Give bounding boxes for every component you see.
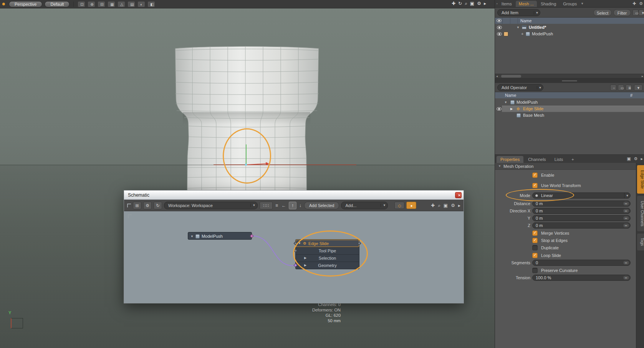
node-row-geometry[interactable]: ▶ Geometry — [296, 262, 359, 269]
horizontal-scrollbar[interactable]: ◂ ▸ — [495, 74, 644, 78]
maximize-icon[interactable]: ▣ — [444, 203, 448, 208]
use-world-transform-checkbox[interactable] — [532, 183, 538, 188]
duplicate-checkbox[interactable] — [532, 245, 538, 250]
mask-icon[interactable]: ◧ — [147, 1, 155, 7]
tab-properties[interactable]: Properties — [497, 156, 523, 163]
operator-label[interactable]: ModelPush — [517, 99, 538, 106]
node-row-selection[interactable]: ▶ Selection — [296, 254, 359, 262]
transform-gizmo[interactable] — [230, 142, 276, 169]
link-mode-circle-icon[interactable]: ● — [406, 202, 416, 209]
edge-slide-node[interactable]: ▼ ⚙ Edge Slide Tool Pipe ▶ Selection ▶ G… — [295, 239, 359, 269]
filter-funnel-icon[interactable]: ▼ — [639, 10, 644, 16]
slice-icon[interactable]: ⊟ — [98, 1, 105, 7]
operator-label[interactable]: Edge Slide — [523, 106, 543, 112]
direction-y-input[interactable]: 0 m ◂▸ — [532, 215, 631, 221]
tab-channels[interactable]: Channels — [524, 156, 550, 163]
operator-row-edge-slide[interactable]: ▶ ⚙ Edge Slide — [495, 106, 644, 112]
tab-groups[interactable]: Groups — [560, 1, 580, 7]
operator-list[interactable]: ▼ ModelPush ▶ ⚙ Edge Slide Base Mesh — [495, 98, 644, 154]
more-icon[interactable]: ▸ — [641, 156, 643, 161]
mini-slider-icon[interactable]: ◂▸ — [623, 201, 629, 206]
visibility-eye-icon[interactable] — [497, 107, 502, 111]
merge-vertices-checkbox[interactable] — [532, 230, 538, 236]
environment-icon[interactable]: ⊕ — [88, 1, 95, 7]
window-titlebar[interactable]: Schematic ✕ — [124, 191, 464, 200]
visibility-eye-icon[interactable] — [497, 26, 502, 29]
refresh-icon[interactable]: ↻ — [154, 202, 162, 209]
add-operator-dropdown[interactable]: Add Operator ▼ — [497, 84, 543, 91]
expand-triangle-icon[interactable]: ▼ — [517, 24, 520, 31]
mesh-model[interactable] — [169, 41, 323, 207]
gear-icon[interactable]: ⚙ — [451, 203, 455, 208]
orbit-icon[interactable]: ↻ — [458, 1, 462, 6]
grid-toggle-icon[interactable]: ▦ — [108, 1, 115, 7]
zoom-icon[interactable]: ⌕ — [438, 203, 440, 208]
enable-checkbox[interactable] — [532, 172, 538, 178]
loop-slide-checkbox[interactable] — [532, 253, 538, 258]
filter-funnel-icon[interactable]: ▼ — [634, 85, 642, 91]
item-row-scene[interactable]: ▼ Untitled* — [495, 24, 644, 31]
select-button[interactable]: Select — [593, 9, 612, 16]
add-selected-button[interactable]: Add Selected — [304, 202, 339, 209]
mini-slider-icon[interactable]: ◂▸ — [623, 216, 629, 220]
tab-lists[interactable]: Lists — [551, 156, 567, 163]
collapse-all-icon[interactable]: − — [610, 85, 616, 91]
add-node-icon[interactable]: ⊞ — [133, 202, 141, 209]
filter-button[interactable]: Filter — [613, 9, 631, 16]
scroll-right-icon[interactable]: ▸ — [642, 75, 643, 78]
expand-triangle-icon[interactable]: ▶ — [304, 255, 306, 262]
close-icon[interactable]: ✕ — [455, 192, 462, 198]
expand-triangle-icon[interactable]: ▼ — [504, 99, 507, 106]
item-label[interactable]: Untitled* — [529, 24, 546, 31]
perspective-button[interactable]: Perspective — [9, 1, 42, 7]
tab-items[interactable]: Items — [498, 1, 515, 7]
link-mode-diamond-icon[interactable]: ◇ — [394, 202, 404, 209]
gear-icon[interactable]: ⚙ — [639, 1, 643, 6]
mini-slider-icon[interactable]: ◂▸ — [623, 223, 629, 228]
item-list[interactable]: ▼ Untitled* + ModelPush — [495, 24, 644, 74]
schematic-canvas[interactable]: ▼ ModelPush ▼ ⚙ Edge Slide Tool Pipe — [124, 211, 464, 303]
operator-label[interactable]: Base Mesh — [523, 112, 544, 119]
add-dropdown[interactable]: Add... ▼ — [341, 202, 388, 209]
expand-triangle-icon[interactable]: ▶ — [510, 106, 513, 112]
maximize-icon[interactable]: ▣ — [627, 156, 631, 161]
expand-triangle-icon[interactable]: ▼ — [298, 242, 301, 245]
expand-triangle-icon[interactable]: ▼ — [190, 235, 194, 238]
add-item-dropdown[interactable]: Add Item ▼ — [497, 9, 540, 16]
direction-x-input[interactable]: 0 m ◂▸ — [532, 208, 631, 214]
mesh-operation-section-header[interactable]: ▼ Mesh Operation — [495, 163, 636, 170]
gear-icon[interactable]: ⚙ — [143, 202, 152, 209]
expand-plus-icon[interactable]: + — [521, 31, 523, 37]
scrollbar-thumb[interactable] — [501, 75, 521, 78]
modelpush-node[interactable]: ▼ ModelPush — [188, 232, 252, 240]
workspace-dropdown[interactable]: Workspace: Workspace ▼ — [164, 202, 258, 209]
distance-input[interactable]: 0 m ◂▸ — [532, 201, 631, 207]
more-icon[interactable]: ▸ — [458, 203, 460, 208]
stop-at-edges-checkbox[interactable] — [532, 238, 538, 243]
gear-icon[interactable]: ⚙ — [477, 1, 481, 6]
mini-slider-icon[interactable]: ◂▸ — [623, 260, 629, 265]
gear-icon[interactable]: ⚙ — [634, 156, 638, 161]
edge-slide-node-header[interactable]: ▼ ⚙ Edge Slide — [296, 240, 359, 247]
matcap-icon[interactable]: ◐ — [137, 1, 145, 7]
operator-row-modelpush[interactable]: ▼ ModelPush — [495, 99, 644, 106]
segments-input[interactable]: 0 ◂▸ — [532, 260, 631, 266]
arrow-up-icon[interactable]: ↑ — [289, 202, 296, 209]
list-view-icon[interactable]: ≣ — [626, 85, 632, 91]
tab-shading[interactable]: Shading — [538, 1, 559, 7]
tension-input[interactable]: 100.0 % ◂▸ — [532, 275, 631, 281]
tab-add[interactable]: + — [568, 156, 578, 163]
operator-row-base-mesh[interactable]: Base Mesh — [495, 112, 644, 119]
zoom-icon[interactable]: ⌕ — [465, 1, 467, 6]
resize-handle[interactable] — [562, 80, 577, 81]
pivot-icon[interactable]: △ — [118, 1, 125, 7]
arrow-down-icon[interactable]: ↓ — [298, 203, 302, 208]
arrow-left-icon[interactable]: ← — [281, 203, 287, 208]
panel-corner-icon[interactable]: ▪ — [497, 2, 498, 5]
pan-icon[interactable]: ✚ — [632, 1, 636, 6]
panel-resize-divider[interactable] — [495, 78, 644, 83]
direction-z-input[interactable]: 0 m ◂▸ — [532, 222, 631, 229]
maximize-icon[interactable]: ▣ — [470, 1, 474, 6]
pan-icon[interactable]: ✚ — [431, 203, 435, 208]
node-row-tool-pipe[interactable]: Tool Pipe — [296, 247, 359, 254]
